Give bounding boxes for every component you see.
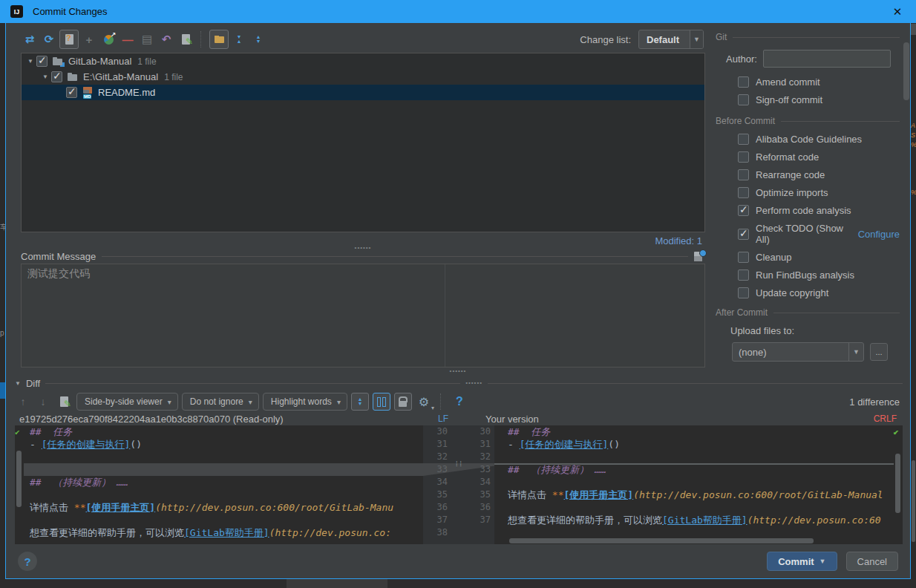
revert-icon[interactable]: ↶ xyxy=(157,30,175,48)
jump-to-source-icon[interactable] xyxy=(55,393,73,411)
left-line-numbers: 303132333435363738 xyxy=(423,425,451,544)
settings-gear-icon[interactable] xyxy=(416,393,432,410)
collapse-all-icon[interactable] xyxy=(249,30,267,48)
diff-line: 想查看更详细的帮助手册，可以浏览[GitLab帮助手册](http://dev.… xyxy=(24,526,423,539)
diff-pane-headers: e19725d276eca790f8422204aa1e0b3c8870a070… xyxy=(15,412,903,425)
code-segment: [GitLab帮助手册] xyxy=(662,514,747,526)
side-by-side-viewer-icon[interactable] xyxy=(373,393,390,411)
option-checkbox[interactable] xyxy=(738,169,749,180)
after-commit-header: After Commit xyxy=(716,307,900,318)
right-diff-pane[interactable]: ## 任务- [任务的创建与执行]()## （持续更新） ……详情点击 **[使… xyxy=(494,425,894,544)
option-checkbox[interactable] xyxy=(738,151,749,163)
row-checkbox[interactable] xyxy=(36,56,48,67)
group-by-directory-icon[interactable] xyxy=(209,30,229,49)
previous-difference-icon[interactable] xyxy=(15,393,31,410)
line-number: 32 xyxy=(466,451,494,463)
next-difference-icon[interactable] xyxy=(35,393,51,410)
option-checkbox[interactable] xyxy=(738,187,749,198)
configure-link[interactable]: Configure xyxy=(858,229,900,240)
scrollbar-thumb[interactable] xyxy=(16,451,22,507)
options-scrollbar[interactable] xyxy=(903,42,909,100)
browse-button[interactable]: ... xyxy=(870,343,888,361)
option-checkbox[interactable] xyxy=(738,229,749,240)
code-segment: [任务的创建与执行] xyxy=(520,439,609,450)
help-icon[interactable] xyxy=(451,393,468,410)
git-section-label: Git xyxy=(716,32,727,42)
divider xyxy=(781,121,900,122)
expand-all-icon[interactable] xyxy=(230,30,248,48)
expander-arrow-icon[interactable] xyxy=(24,58,36,65)
close-icon[interactable]: ✕ xyxy=(889,5,906,19)
commit-history-icon[interactable] xyxy=(694,251,705,262)
ignore-mode-dropdown[interactable]: Do not ignore xyxy=(182,393,259,411)
code-segment: ## （持续更新） …… xyxy=(30,477,128,488)
tree-row[interactable]: README.md xyxy=(22,85,704,100)
right-pane-scrollbar[interactable] xyxy=(894,425,903,544)
option-label: Optimize imports xyxy=(756,187,828,198)
option-label: Amend commit xyxy=(756,76,820,88)
splitter-handle[interactable]: •••••• xyxy=(355,246,372,250)
refresh-changes-icon[interactable]: ⟳ xyxy=(40,30,58,48)
left-diff-pane[interactable]: ## 任务- [任务的创建与执行]()## （持续更新） ……详情点击 **[使… xyxy=(24,425,423,544)
row-checkbox[interactable] xyxy=(66,87,77,98)
line-number: 31 xyxy=(423,438,451,451)
option-checkbox[interactable] xyxy=(738,94,749,105)
intellij-logo-icon: IJ xyxy=(10,5,23,18)
option-checkbox[interactable] xyxy=(738,134,749,145)
diff-line xyxy=(24,489,423,501)
background-text-fragment: S xyxy=(911,131,915,139)
upload-target-dropdown[interactable]: (none) ▼ xyxy=(732,342,864,362)
option-checkbox[interactable] xyxy=(738,76,749,88)
highlight-mode-dropdown[interactable]: Highlight words xyxy=(263,393,347,411)
background-text-fragment: 车: xyxy=(0,222,5,232)
diff-line: 想查看更详细的帮助手册，可以浏览[GitLab帮助手册](http://dev.… xyxy=(494,514,894,526)
move-to-another-changelist-icon[interactable] xyxy=(99,30,117,48)
left-pane-scrollbar[interactable] xyxy=(15,425,24,544)
before-commit-label: Before Commit xyxy=(716,116,775,126)
code-segment: () xyxy=(608,439,620,450)
viewer-mode-dropdown[interactable]: Side-by-side viewer xyxy=(76,393,178,411)
chevron-down-icon: ▼ xyxy=(820,558,826,565)
collapse-arrow-icon[interactable]: ▼ xyxy=(15,380,21,387)
option-checkbox[interactable] xyxy=(738,205,749,216)
highlight-mode-value: Highlight words xyxy=(271,396,332,407)
after-commit-label: After Commit xyxy=(716,307,768,318)
tree-row[interactable]: GitLab-Manual1 file xyxy=(22,53,704,69)
delete-changelist-icon[interactable]: — xyxy=(119,30,137,48)
ignore-mode-value: Do not ignore xyxy=(190,396,243,407)
option-checkbox[interactable] xyxy=(738,270,749,281)
show-unversioned-files-icon[interactable] xyxy=(59,30,79,49)
chevron-down-icon[interactable]: ▼ xyxy=(690,30,703,48)
changelist-dropdown[interactable]: Default ▼ xyxy=(638,30,704,49)
option-checkbox[interactable] xyxy=(738,252,749,263)
commit-message-input[interactable]: 测试提交代码 xyxy=(21,264,705,368)
horizontal-scrollbar[interactable] xyxy=(509,538,814,543)
diff-toolbar: Side-by-side viewer Do not ignore Highli… xyxy=(15,391,903,412)
option-checkbox[interactable] xyxy=(738,287,749,298)
difference-count: 1 difference xyxy=(849,396,903,408)
diff-splitter[interactable]: •••••• xyxy=(6,368,910,375)
tree-row[interactable]: E:\GitLab-Manual1 file xyxy=(22,69,704,85)
diff-line: - [任务的创建与执行]() xyxy=(24,438,423,451)
splitter-handle[interactable]: •••••• xyxy=(465,381,482,385)
background-text-fragment: % xyxy=(911,189,916,196)
author-input[interactable] xyxy=(763,50,891,68)
lock-icon[interactable] xyxy=(394,393,412,411)
help-button[interactable]: ? xyxy=(18,552,37,571)
modified-count: Modified: 1 xyxy=(655,235,705,246)
edit-source-icon[interactable] xyxy=(177,30,194,48)
show-diff-icon[interactable]: ⇄ xyxy=(21,30,39,48)
commit-button[interactable]: Commit ▼ xyxy=(767,552,837,571)
add-to-vcs-icon[interactable]: + xyxy=(80,30,98,48)
code-segment: ## （持续更新） …… xyxy=(508,464,606,475)
collapse-unchanged-icon[interactable] xyxy=(351,393,369,411)
scrollbar-thumb[interactable] xyxy=(895,454,900,513)
diff-section-header[interactable]: ▼ Diff •••••• xyxy=(15,375,903,391)
option-row: Perform code analysis xyxy=(738,205,900,216)
chevron-down-icon[interactable]: ▼ xyxy=(848,343,863,361)
row-checkbox[interactable] xyxy=(51,71,62,82)
set-active-changelist-icon[interactable]: ▤ xyxy=(138,30,156,48)
cancel-button[interactable]: Cancel xyxy=(846,552,898,571)
gutter-drag-handle[interactable]: ⁞⁞ xyxy=(455,463,463,466)
expander-arrow-icon[interactable] xyxy=(39,74,51,80)
